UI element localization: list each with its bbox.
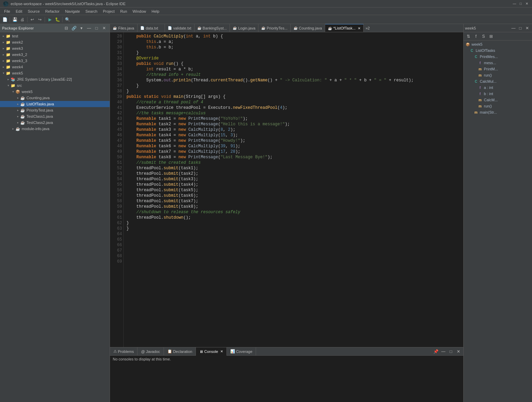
- outline-item-listoftasks[interactable]: CListOfTasks: [464, 47, 532, 54]
- tree-item-listoftasks-java[interactable]: ▸☕ListOfTasks.java: [0, 101, 110, 107]
- menu-item-edit[interactable]: Edit: [13, 9, 25, 14]
- tree-item-week4[interactable]: ▸📁week4: [0, 64, 110, 70]
- outline-item-run--[interactable]: mrun(): [464, 103, 532, 109]
- bottom-tab-javadoc[interactable]: @Javadoc: [137, 347, 164, 356]
- editor-tab-counting-java[interactable]: ☕Counting.java: [291, 24, 325, 32]
- tab-label: validate.txt: [173, 26, 191, 30]
- tab-label: data.txt: [146, 26, 158, 30]
- toolbar-search[interactable]: 🔍: [64, 16, 71, 23]
- code-content[interactable]: public CalcMultiply(int a, int b) { this…: [124, 32, 463, 347]
- menu-item-navigate[interactable]: Navigate: [62, 9, 82, 14]
- toolbar-print[interactable]: 🖨: [19, 16, 26, 23]
- tree-item-week5[interactable]: ▾📁week5: [0, 70, 110, 76]
- toolbar-undo[interactable]: ↩: [29, 16, 36, 23]
- code-editor[interactable]: 28 29 30 31 32 33 34 35 36 37 38 39 40 4…: [110, 32, 463, 347]
- rp-hide-static[interactable]: S: [480, 33, 487, 40]
- outline-item-calcmul---[interactable]: CCalcMul...: [464, 78, 532, 84]
- bottom-pin[interactable]: 📌: [432, 348, 439, 355]
- rp-maximize[interactable]: □: [517, 25, 524, 32]
- menu-item-file[interactable]: File: [1, 9, 13, 14]
- maximize-button[interactable]: □: [518, 1, 523, 6]
- code-line-66: threadPool.shutdown();: [126, 215, 461, 220]
- menu-item-help[interactable]: Help: [149, 9, 162, 14]
- tree-arrow: ▸: [1, 59, 5, 62]
- outline-item-printm---[interactable]: mPrintM...: [464, 66, 532, 72]
- tree-label: week5: [12, 71, 23, 75]
- outline-label: week5: [472, 42, 483, 46]
- tree-item-week3[interactable]: ▸📁week3: [0, 45, 110, 51]
- toolbar-save[interactable]: 💾: [11, 16, 18, 23]
- outline-item-mess---[interactable]: fmess...: [464, 60, 532, 66]
- minimize-button[interactable]: —: [512, 1, 517, 6]
- toolbar: 📄 💾 🖨 ↩ ↪ ▶ 🐛 🔍: [0, 15, 532, 24]
- outline-item-printmes---[interactable]: CPrintMes...: [464, 54, 532, 60]
- editor-tab--listoftask---[interactable]: ☕*ListOfTask...✕: [325, 24, 364, 32]
- close-button[interactable]: ✕: [524, 1, 529, 6]
- pe-maximize[interactable]: □: [93, 25, 100, 32]
- outline-item-run--[interactable]: mrun(): [464, 72, 532, 78]
- menu-item-run[interactable]: Run: [118, 9, 130, 14]
- outline-item-main-str---[interactable]: mmain(Str...: [464, 109, 532, 115]
- tree-label: TestClass2.java: [26, 120, 53, 125]
- tree-item-test[interactable]: ▸📁test: [0, 33, 110, 39]
- menu-item-window[interactable]: Window: [130, 9, 149, 14]
- bottom-maximize[interactable]: □: [447, 348, 454, 355]
- bottom-tab-problems[interactable]: ⚠Problems: [110, 347, 137, 356]
- tree-item-testclass2-java[interactable]: ▸☕TestClass2.java: [0, 119, 110, 126]
- editor-tab-validate-txt[interactable]: 📄validate.txt: [165, 24, 195, 32]
- toolbar-debug[interactable]: 🐛: [54, 16, 61, 23]
- bottom-tab-coverage[interactable]: 📊Coverage: [227, 347, 256, 356]
- editor-tab-data-txt[interactable]: 📄data.txt: [137, 24, 165, 32]
- tree-item-week2[interactable]: ▸📁week2: [0, 39, 110, 45]
- tab-overflow[interactable]: »2: [364, 26, 372, 30]
- pe-close[interactable]: ✕: [101, 25, 108, 32]
- toolbar-new[interactable]: 📄: [1, 16, 8, 23]
- outline-item-calcm---[interactable]: mCalcM...: [464, 97, 532, 103]
- tree-item-week3-3[interactable]: ▸📁week3_3: [0, 58, 110, 64]
- menu-item-project[interactable]: Project: [100, 9, 117, 14]
- tree-item-src[interactable]: ▾📁src: [0, 82, 110, 89]
- rp-sort[interactable]: ⇅: [465, 33, 472, 40]
- tree-item-module-info-java[interactable]: ▸☕module-info.java: [0, 126, 110, 132]
- pe-menu[interactable]: ▾: [78, 25, 85, 32]
- toolbar-run[interactable]: ▶: [46, 16, 53, 23]
- menu-item-source[interactable]: Source: [25, 9, 43, 14]
- bottom-minimize[interactable]: —: [440, 348, 447, 355]
- tree-arrow: ▸: [1, 41, 5, 44]
- pe-collapse-all[interactable]: ⊟: [63, 25, 70, 32]
- tree-icon: 📁: [5, 58, 11, 64]
- toolbar-redo[interactable]: ↪: [36, 16, 43, 23]
- bottom-tab-console[interactable]: 🖥Console✕: [196, 347, 226, 356]
- console-close[interactable]: ✕: [220, 349, 223, 353]
- outline-item-a---int[interactable]: fa : int: [464, 84, 532, 91]
- tree-item-jre-system-library--javase-22-[interactable]: ▸📚JRE System Library [JavaSE-22]: [0, 76, 110, 82]
- tree-label: week5: [22, 90, 33, 94]
- tree-item-prioritytest-java[interactable]: ▸☕PriorityTest.java: [0, 107, 110, 113]
- pe-minimize[interactable]: —: [86, 25, 92, 32]
- editor-tab-login-java[interactable]: ☕Login.java: [230, 24, 258, 32]
- tree-item-week5[interactable]: ▾📦week5: [0, 89, 110, 95]
- editor-tab-bankingsyst---[interactable]: ☕BankingSyst...: [195, 24, 230, 32]
- editor-tab-prioritytes---[interactable]: ☕PriorityTes...: [258, 24, 291, 32]
- tree-item-counting-java[interactable]: ▸☕Counting.java: [0, 95, 110, 101]
- tab-close-button[interactable]: ✕: [358, 26, 361, 30]
- outline-label: PrintMes...: [480, 55, 498, 59]
- editor-tab-files-java[interactable]: ☕Files.java: [110, 24, 137, 32]
- pe-link[interactable]: 🔗: [70, 25, 77, 32]
- tree-item-week3-2[interactable]: ▸📁week3_2: [0, 51, 110, 58]
- rp-expand[interactable]: ⊞: [488, 33, 495, 40]
- outline-item-week5[interactable]: 📦week5: [464, 41, 532, 47]
- outline-item-b---int[interactable]: fb : int: [464, 91, 532, 97]
- code-line-57: threadPool.submit(task2);: [126, 171, 461, 176]
- pe-content: ▸📁test▸📁week2▸📁week3▸📁week3_2▸📁week3_3▸📁…: [0, 32, 110, 402]
- rp-close[interactable]: ✕: [524, 25, 531, 32]
- rp-minimize[interactable]: —: [510, 25, 517, 32]
- menu-item-search[interactable]: Search: [83, 9, 100, 14]
- rp-hide-fields[interactable]: f: [473, 33, 479, 40]
- bottom-close[interactable]: ✕: [455, 348, 462, 355]
- tab-icon: ☕: [293, 26, 298, 30]
- tree-item-testclass1-java[interactable]: ▸☕TestClass1.java: [0, 113, 110, 119]
- bottom-tab-declaration[interactable]: 📋Declaration: [164, 347, 196, 356]
- menu-item-refactor[interactable]: Refactor: [43, 9, 63, 14]
- tree-icon: ☕: [20, 95, 25, 101]
